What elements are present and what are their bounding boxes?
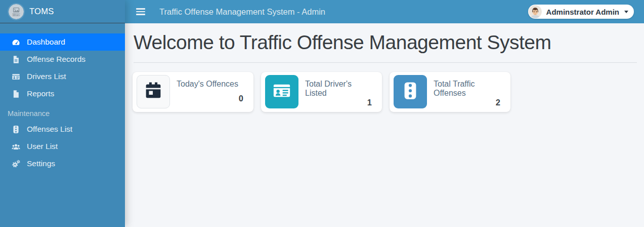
brand[interactable]: IMAGE NOT AVAILABLE TOMS [0,0,125,23]
sidebar-item-label: Offenses List [27,125,72,134]
sidebar: IMAGE NOT AVAILABLE TOMS Dashboard Offen… [0,0,125,227]
sidebar-item-label: Offense Records [27,55,85,64]
broken-image-icon: IMAGE NOT AVAILABLE [9,4,24,19]
calendar-icon [144,81,163,102]
caret-down-icon [624,11,628,13]
user-menu-button[interactable]: Adminstrator Admin [528,5,634,19]
stat-card: Total Traffic Offenses 2 [390,72,510,112]
stat-card-icon-box [394,75,427,108]
sidebar-item[interactable]: User List [0,138,125,155]
svg-text:AVAILABLE: AVAILABLE [13,14,20,16]
main-content: Welcome to Traffic Offense Management Sy… [125,23,644,227]
stat-card: Total Driver's Listed 1 [261,72,382,112]
avatar-image [529,5,542,18]
id-card-icon [272,81,291,102]
stat-card-value: 1 [367,98,372,107]
sidebar-item[interactable]: Settings [0,155,125,172]
file-lines-icon [11,55,20,64]
topbar: Traffic Offense Management System - Admi… [125,0,644,23]
stat-card-icon-box [137,75,170,108]
topbar-title: Traffic Offense Management System - Admi… [159,7,325,17]
traffic-light-icon [11,125,20,134]
sidebar-nav: Dashboard Offense Records Drivers List R… [0,33,125,172]
brand-logo-image: IMAGE NOT AVAILABLE [9,4,24,19]
stat-card-value: 0 [239,94,243,103]
page-title: Welcome to Traffic Offense Management Sy… [134,31,637,54]
user-avatar [529,5,542,18]
traffic-light-icon [401,81,420,102]
stat-card-label: Today's Offences [177,80,243,89]
sidebar-item-label: Settings [27,159,55,168]
sidebar-item-label: Reports [27,89,54,98]
stat-card-label: Total Traffic Offenses [434,80,500,98]
cogs-icon [11,159,20,168]
divider [134,62,637,63]
stat-card-label: Total Driver's Listed [305,80,372,98]
sidebar-item[interactable]: Reports [0,85,125,102]
file-icon [11,89,20,98]
tachometer-icon [11,37,20,47]
id-card-icon [11,72,20,81]
sidebar-item[interactable]: Offense Records [0,51,125,68]
stat-card-value: 2 [496,98,500,107]
sidebar-item-label: Dashboard [27,37,65,47]
stat-cards-row: Today's Offences 0 Total Driver's Listed… [132,72,637,112]
stat-card-icon-box [265,75,298,108]
user-name: Adminstrator Admin [546,8,619,16]
menu-toggle-icon[interactable] [136,8,145,15]
sidebar-item-label: Drivers List [27,72,66,81]
nav-maintenance-group: Offenses List User List Settings [0,121,125,172]
sidebar-item-label: User List [27,142,58,151]
nav-main-group: Dashboard Offense Records Drivers List R… [0,33,125,102]
stat-card: Today's Offences 0 [133,72,253,112]
brand-name: TOMS [29,7,54,16]
sidebar-item[interactable]: Offenses List [0,121,125,138]
sidebar-item[interactable]: Drivers List [0,68,125,85]
sidebar-item[interactable]: Dashboard [0,33,125,51]
sidebar-section-header: Maintenance [0,106,125,121]
users-icon [11,142,20,151]
